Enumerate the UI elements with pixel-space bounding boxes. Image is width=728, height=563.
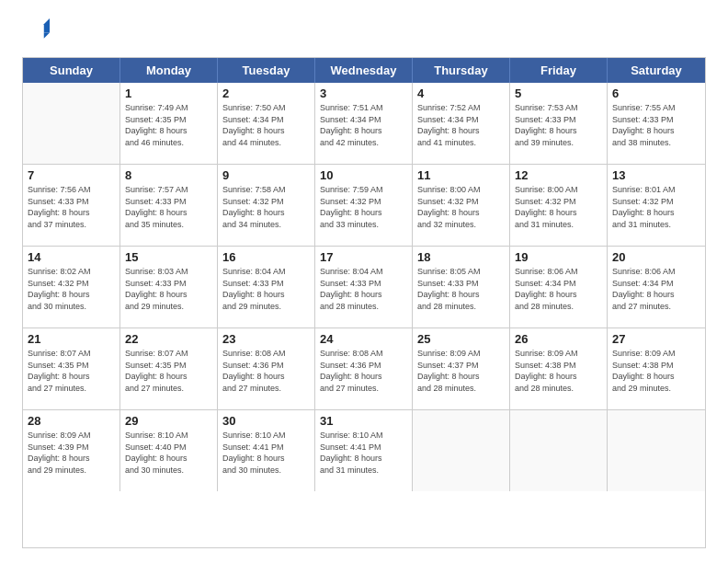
day-info: Sunrise: 8:03 AM Sunset: 4:33 PM Dayligh…: [125, 266, 212, 312]
calendar-cell: 3Sunrise: 7:51 AM Sunset: 4:34 PM Daylig…: [315, 83, 413, 164]
calendar-cell: 9Sunrise: 7:58 AM Sunset: 4:32 PM Daylig…: [218, 165, 315, 246]
day-number: 28: [28, 414, 115, 428]
day-number: 5: [515, 86, 602, 100]
day-info: Sunrise: 8:00 AM Sunset: 4:32 PM Dayligh…: [515, 184, 602, 230]
day-number: 7: [28, 168, 115, 182]
page: SundayMondayTuesdayWednesdayThursdayFrid…: [0, 0, 728, 563]
day-info: Sunrise: 8:09 AM Sunset: 4:39 PM Dayligh…: [28, 430, 115, 476]
calendar-cell: 13Sunrise: 8:01 AM Sunset: 4:32 PM Dayli…: [608, 165, 705, 246]
calendar-header-sunday: Sunday: [23, 58, 120, 83]
calendar-week-4: 21Sunrise: 8:07 AM Sunset: 4:35 PM Dayli…: [23, 328, 705, 410]
day-number: 18: [417, 250, 505, 264]
calendar-header-tuesday: Tuesday: [218, 58, 315, 83]
calendar-cell: 24Sunrise: 8:08 AM Sunset: 4:36 PM Dayli…: [315, 328, 413, 409]
svg-marker-1: [44, 33, 50, 39]
day-number: 4: [417, 86, 505, 100]
calendar-cell: 2Sunrise: 7:50 AM Sunset: 4:34 PM Daylig…: [218, 83, 315, 164]
calendar-cell: 27Sunrise: 8:09 AM Sunset: 4:38 PM Dayli…: [608, 328, 705, 409]
calendar-cell: 26Sunrise: 8:09 AM Sunset: 4:38 PM Dayli…: [510, 328, 608, 409]
calendar-cell: 28Sunrise: 8:09 AM Sunset: 4:39 PM Dayli…: [23, 410, 120, 491]
day-number: 20: [612, 250, 700, 264]
calendar-header-row: SundayMondayTuesdayWednesdayThursdayFrid…: [23, 58, 705, 83]
day-info: Sunrise: 7:52 AM Sunset: 4:34 PM Dayligh…: [417, 102, 505, 148]
day-number: 8: [125, 168, 212, 182]
day-number: 10: [320, 168, 407, 182]
calendar-cell: 5Sunrise: 7:53 AM Sunset: 4:33 PM Daylig…: [510, 83, 608, 164]
calendar-cell: 20Sunrise: 8:06 AM Sunset: 4:34 PM Dayli…: [608, 247, 705, 327]
day-number: 12: [515, 168, 602, 182]
day-info: Sunrise: 7:56 AM Sunset: 4:33 PM Dayligh…: [28, 184, 115, 230]
day-info: Sunrise: 7:51 AM Sunset: 4:34 PM Dayligh…: [320, 102, 407, 148]
day-number: 15: [125, 250, 212, 264]
day-number: 11: [417, 168, 505, 182]
day-info: Sunrise: 8:00 AM Sunset: 4:32 PM Dayligh…: [417, 184, 505, 230]
calendar-cell: 7Sunrise: 7:56 AM Sunset: 4:33 PM Daylig…: [23, 165, 120, 246]
calendar: SundayMondayTuesdayWednesdayThursdayFrid…: [22, 57, 706, 548]
calendar-cell: 23Sunrise: 8:08 AM Sunset: 4:36 PM Dayli…: [218, 328, 315, 409]
day-number: 13: [612, 168, 700, 182]
calendar-cell: 12Sunrise: 8:00 AM Sunset: 4:32 PM Dayli…: [510, 165, 608, 246]
day-info: Sunrise: 8:10 AM Sunset: 4:41 PM Dayligh…: [222, 430, 310, 476]
calendar-cell: 22Sunrise: 8:07 AM Sunset: 4:35 PM Dayli…: [120, 328, 218, 409]
calendar-cell: 17Sunrise: 8:04 AM Sunset: 4:33 PM Dayli…: [315, 247, 413, 327]
calendar-cell: 29Sunrise: 8:10 AM Sunset: 4:40 PM Dayli…: [120, 410, 218, 491]
header: [22, 18, 706, 48]
day-number: 17: [320, 250, 407, 264]
calendar-cell: [413, 410, 510, 491]
calendar-week-2: 7Sunrise: 7:56 AM Sunset: 4:33 PM Daylig…: [23, 165, 705, 247]
day-info: Sunrise: 8:06 AM Sunset: 4:34 PM Dayligh…: [515, 266, 602, 312]
logo-icon: [24, 18, 50, 44]
day-info: Sunrise: 8:09 AM Sunset: 4:38 PM Dayligh…: [515, 348, 602, 394]
day-info: Sunrise: 8:02 AM Sunset: 4:32 PM Dayligh…: [28, 266, 115, 312]
day-info: Sunrise: 8:10 AM Sunset: 4:41 PM Dayligh…: [320, 430, 407, 476]
svg-marker-0: [44, 18, 50, 33]
calendar-cell: [510, 410, 608, 491]
day-info: Sunrise: 7:57 AM Sunset: 4:33 PM Dayligh…: [125, 184, 212, 230]
day-number: 24: [320, 332, 407, 346]
day-info: Sunrise: 7:49 AM Sunset: 4:35 PM Dayligh…: [125, 102, 212, 148]
calendar-cell: 15Sunrise: 8:03 AM Sunset: 4:33 PM Dayli…: [120, 247, 218, 327]
day-info: Sunrise: 8:07 AM Sunset: 4:35 PM Dayligh…: [125, 348, 212, 394]
day-info: Sunrise: 8:08 AM Sunset: 4:36 PM Dayligh…: [222, 348, 310, 394]
day-info: Sunrise: 8:09 AM Sunset: 4:37 PM Dayligh…: [417, 348, 505, 394]
calendar-header-wednesday: Wednesday: [315, 58, 413, 83]
calendar-cell: 18Sunrise: 8:05 AM Sunset: 4:33 PM Dayli…: [413, 247, 510, 327]
calendar-week-3: 14Sunrise: 8:02 AM Sunset: 4:32 PM Dayli…: [23, 247, 705, 328]
day-number: 26: [515, 332, 602, 346]
day-info: Sunrise: 8:08 AM Sunset: 4:36 PM Dayligh…: [320, 348, 407, 394]
day-info: Sunrise: 8:06 AM Sunset: 4:34 PM Dayligh…: [612, 266, 700, 312]
calendar-cell: 10Sunrise: 7:59 AM Sunset: 4:32 PM Dayli…: [315, 165, 413, 246]
calendar-week-5: 28Sunrise: 8:09 AM Sunset: 4:39 PM Dayli…: [23, 410, 705, 491]
calendar-cell: 4Sunrise: 7:52 AM Sunset: 4:34 PM Daylig…: [413, 83, 510, 164]
day-info: Sunrise: 8:05 AM Sunset: 4:33 PM Dayligh…: [417, 266, 505, 312]
day-info: Sunrise: 8:01 AM Sunset: 4:32 PM Dayligh…: [612, 184, 700, 230]
logo: [22, 18, 50, 48]
calendar-cell: [608, 410, 705, 491]
calendar-week-1: 1Sunrise: 7:49 AM Sunset: 4:35 PM Daylig…: [23, 83, 705, 165]
calendar-cell: 30Sunrise: 8:10 AM Sunset: 4:41 PM Dayli…: [218, 410, 315, 491]
day-info: Sunrise: 7:55 AM Sunset: 4:33 PM Dayligh…: [612, 102, 700, 148]
day-info: Sunrise: 7:59 AM Sunset: 4:32 PM Dayligh…: [320, 184, 407, 230]
calendar-header-friday: Friday: [510, 58, 608, 83]
calendar-cell: 8Sunrise: 7:57 AM Sunset: 4:33 PM Daylig…: [120, 165, 218, 246]
day-number: 6: [612, 86, 700, 100]
calendar-header-thursday: Thursday: [413, 58, 510, 83]
calendar-cell: 1Sunrise: 7:49 AM Sunset: 4:35 PM Daylig…: [120, 83, 218, 164]
day-number: 1: [125, 86, 212, 100]
day-info: Sunrise: 7:50 AM Sunset: 4:34 PM Dayligh…: [222, 102, 310, 148]
day-number: 30: [222, 414, 310, 428]
day-number: 9: [222, 168, 310, 182]
day-info: Sunrise: 7:53 AM Sunset: 4:33 PM Dayligh…: [515, 102, 602, 148]
calendar-body: 1Sunrise: 7:49 AM Sunset: 4:35 PM Daylig…: [23, 83, 705, 491]
day-number: 3: [320, 86, 407, 100]
calendar-cell: [23, 83, 120, 164]
day-number: 2: [222, 86, 310, 100]
day-number: 31: [320, 414, 407, 428]
day-info: Sunrise: 8:09 AM Sunset: 4:38 PM Dayligh…: [612, 348, 700, 394]
day-number: 29: [125, 414, 212, 428]
calendar-cell: 21Sunrise: 8:07 AM Sunset: 4:35 PM Dayli…: [23, 328, 120, 409]
calendar-cell: 19Sunrise: 8:06 AM Sunset: 4:34 PM Dayli…: [510, 247, 608, 327]
day-info: Sunrise: 8:04 AM Sunset: 4:33 PM Dayligh…: [222, 266, 310, 312]
day-number: 25: [417, 332, 505, 346]
calendar-cell: 25Sunrise: 8:09 AM Sunset: 4:37 PM Dayli…: [413, 328, 510, 409]
